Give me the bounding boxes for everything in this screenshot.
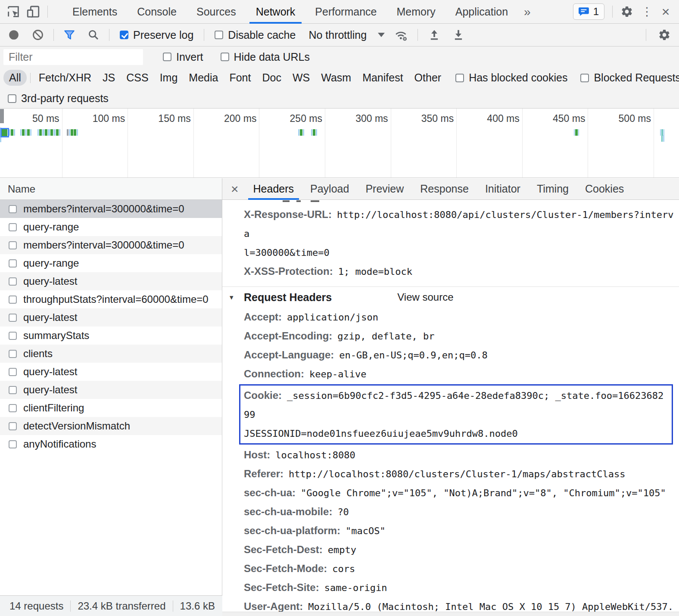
request-row[interactable]: clientFiltering — [0, 399, 222, 417]
blocked-requests-checkbox[interactable] — [580, 74, 589, 82]
throttling-dropdown[interactable]: No throttling — [302, 29, 389, 41]
request-row[interactable]: clients — [0, 345, 222, 363]
device-toolbar-button[interactable] — [23, 2, 43, 22]
export-har-button[interactable] — [446, 25, 470, 45]
request-row[interactable]: query-latest — [0, 363, 222, 381]
waterfall-bar-selected[interactable] — [0, 128, 9, 137]
waterfall-bar[interactable] — [54, 129, 61, 136]
request-row[interactable]: query-latest — [0, 381, 222, 399]
type-filter-wasm[interactable]: Wasm — [315, 70, 357, 86]
network-conditions-button[interactable] — [389, 25, 413, 45]
import-har-button[interactable] — [422, 25, 446, 45]
request-checkbox[interactable] — [9, 277, 17, 286]
tab-headers[interactable]: Headers — [246, 178, 301, 200]
filter-toggle-button[interactable] — [57, 25, 81, 45]
more-tabs-button[interactable]: » — [518, 0, 537, 24]
type-filter-ws[interactable]: WS — [287, 70, 315, 86]
headers-content[interactable]: X-Response-URL:http://localhost:8080/api… — [222, 200, 679, 612]
third-party-requests-checkbox[interactable] — [8, 94, 16, 103]
network-settings-button[interactable] — [652, 25, 676, 45]
preserve-log-checkbox[interactable] — [120, 31, 128, 39]
hide-data-urls-label: Hide data URLs — [234, 51, 310, 63]
waterfall-bar[interactable] — [660, 129, 665, 136]
details-tab-bar: × Headers Payload Preview Response Initi… — [222, 178, 679, 200]
request-checkbox[interactable] — [9, 296, 17, 304]
request-checkbox[interactable] — [9, 422, 17, 430]
tab-memory[interactable]: Memory — [386, 0, 445, 24]
request-row[interactable]: detectVersionMismatch — [0, 417, 222, 435]
request-checkbox[interactable] — [9, 368, 17, 376]
type-filter-js[interactable]: JS — [97, 70, 121, 86]
request-checkbox[interactable] — [9, 241, 17, 249]
type-filter-fetch-xhr[interactable]: Fetch/XHR — [33, 70, 97, 86]
search-button[interactable] — [81, 25, 106, 45]
filter-input[interactable] — [3, 49, 143, 65]
hide-data-urls-checkbox[interactable] — [221, 53, 229, 61]
waterfall-bar[interactable] — [311, 129, 318, 136]
tab-console[interactable]: Console — [127, 0, 187, 24]
request-checkbox[interactable] — [9, 205, 17, 213]
disclosure-triangle-icon[interactable]: ▾ — [230, 293, 244, 302]
request-row[interactable]: query-range — [0, 218, 222, 236]
request-headers-section-header[interactable]: ▾ Request Headers View source — [230, 287, 676, 308]
type-filter-all[interactable]: All — [3, 70, 27, 86]
inspect-element-button[interactable] — [3, 2, 23, 22]
type-filter-css[interactable]: CSS — [121, 70, 154, 86]
type-filter-font[interactable]: Font — [224, 70, 256, 86]
waterfall-bar[interactable] — [661, 135, 665, 142]
name-column-header[interactable]: Name — [0, 178, 222, 200]
waterfall-bar[interactable] — [9, 129, 16, 136]
tab-sources[interactable]: Sources — [187, 0, 246, 24]
clear-network-log-button[interactable] — [26, 25, 50, 45]
request-checkbox[interactable] — [9, 223, 17, 231]
request-row[interactable]: members?interval=300000&time=0 — [0, 236, 222, 254]
request-checkbox[interactable] — [9, 259, 17, 268]
tab-elements[interactable]: Elements — [62, 0, 127, 24]
section-title: Request Headers — [244, 291, 332, 304]
type-filter-media[interactable]: Media — [183, 70, 224, 86]
request-row[interactable]: members?interval=300000&time=0 — [0, 200, 222, 218]
has-blocked-cookies-checkbox[interactable] — [455, 74, 464, 82]
request-row[interactable]: throughputStats?interval=60000&time=0 — [0, 290, 222, 308]
request-row[interactable]: anyNotifications — [0, 435, 222, 453]
tab-payload[interactable]: Payload — [303, 178, 356, 200]
tab-timing[interactable]: Timing — [530, 178, 576, 200]
waterfall-bar[interactable] — [298, 129, 305, 136]
tab-network[interactable]: Network — [246, 0, 305, 24]
request-checkbox[interactable] — [9, 332, 17, 340]
type-filter-doc[interactable]: Doc — [256, 70, 287, 86]
issues-badge[interactable]: 1 — [573, 3, 604, 20]
timeline-overview[interactable]: 50 ms100 ms150 ms200 ms250 ms300 ms350 m… — [0, 109, 679, 178]
record-network-log-button[interactable] — [2, 25, 26, 45]
more-options-button[interactable]: ⋮ — [641, 5, 651, 19]
request-header-row: sec-ch-ua-platform:"macOS" — [244, 521, 676, 540]
type-filter-manifest[interactable]: Manifest — [357, 70, 408, 86]
request-checkbox[interactable] — [9, 404, 17, 412]
request-checkbox[interactable] — [9, 350, 17, 358]
waterfall-bar[interactable] — [574, 129, 579, 136]
settings-button[interactable] — [620, 5, 633, 18]
tab-performance[interactable]: Performance — [305, 0, 386, 24]
request-row[interactable]: query-range — [0, 254, 222, 272]
request-row[interactable]: summaryStats — [0, 327, 222, 345]
waterfall-bar[interactable] — [25, 129, 32, 136]
close-details-button[interactable]: × — [222, 182, 246, 196]
tab-initiator[interactable]: Initiator — [478, 178, 527, 200]
request-checkbox[interactable] — [9, 440, 17, 448]
view-source-link[interactable]: View source — [397, 291, 453, 303]
tab-response[interactable]: Response — [413, 178, 476, 200]
invert-checkbox[interactable] — [163, 53, 171, 61]
request-checkbox[interactable] — [9, 314, 17, 322]
request-row[interactable]: query-latest — [0, 272, 222, 290]
close-devtools-button[interactable]: × — [659, 4, 672, 20]
tab-application[interactable]: Application — [445, 0, 518, 24]
tab-preview[interactable]: Preview — [358, 178, 411, 200]
tab-cookies[interactable]: Cookies — [578, 178, 631, 200]
request-checkbox[interactable] — [9, 386, 17, 394]
header-name: Accept: — [244, 311, 282, 323]
disable-cache-checkbox[interactable] — [215, 31, 223, 39]
waterfall-bar[interactable] — [67, 129, 78, 136]
type-filter-other[interactable]: Other — [409, 70, 447, 86]
request-row[interactable]: query-latest — [0, 308, 222, 327]
type-filter-img[interactable]: Img — [154, 70, 184, 86]
